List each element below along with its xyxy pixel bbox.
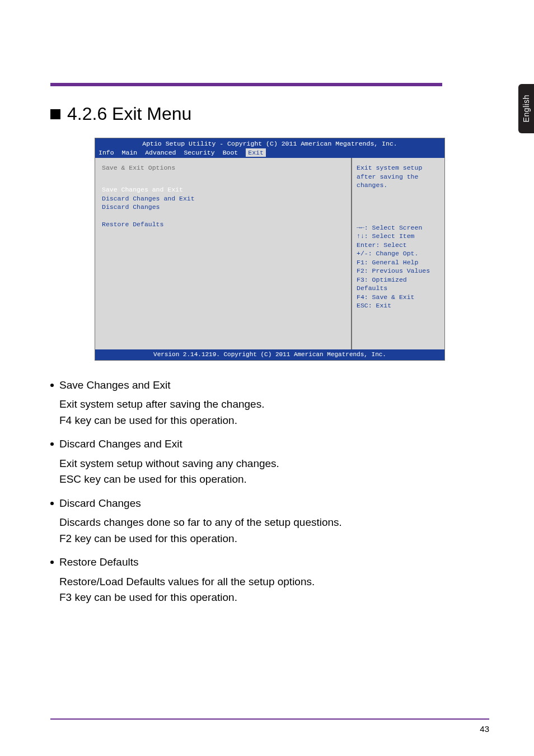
header-accent-rule	[50, 83, 442, 86]
language-tab: English	[518, 84, 534, 133]
bios-tab-advanced: Advanced	[145, 148, 176, 157]
bios-menu-tabs: Info Main Advanced Security Boot Exit	[95, 148, 444, 158]
bios-key-line: ESC: Exit	[357, 301, 440, 310]
bios-tab-boot: Boot	[223, 148, 238, 157]
desc-line: F4 key can be used for this operation.	[59, 413, 489, 429]
bullet-icon	[50, 502, 54, 505]
list-item-title: Save Changes and Exit	[59, 377, 171, 394]
manual-page: English 4.2.6 Exit Menu Aptio Setup Util…	[0, 0, 534, 756]
desc-line: Discards changes done so far to any of t…	[59, 515, 489, 531]
list-item-desc: Exit system setup without saving any cha…	[59, 456, 489, 488]
list-item: Discard Changes	[50, 496, 489, 512]
bios-titlebar: Aptio Setup Utility - Copyright (C) 2011…	[95, 138, 444, 148]
desc-line: ESC key can be used for this operation.	[59, 472, 489, 488]
bios-key-line: F1: General Help	[357, 258, 440, 267]
list-item-desc: Restore/Load Defaults values for all the…	[59, 574, 489, 606]
language-tab-label: English	[522, 95, 531, 122]
list-item-title: Restore Defaults	[59, 554, 139, 571]
section-heading-text: 4.2.6 Exit Menu	[67, 104, 191, 124]
bios-help-line: Exit system setup	[357, 164, 440, 172]
bios-item-restore: Restore Defaults	[102, 220, 344, 229]
bios-item-save-exit: Save Changes and Exit	[102, 185, 344, 194]
bios-group-title: Save & Exit Options	[102, 164, 344, 172]
bullet-icon	[50, 561, 54, 564]
bios-left-pane: Save & Exit Options Save Changes and Exi…	[95, 158, 352, 349]
page-number: 43	[480, 724, 489, 734]
bios-key-line: +/-: Change Opt.	[357, 249, 440, 258]
bios-right-pane: Exit system setup after saving the chang…	[352, 158, 444, 349]
bios-tab-security: Security	[184, 148, 214, 157]
bios-help-line: changes.	[357, 181, 440, 190]
bios-key-line: Enter: Select	[357, 241, 440, 250]
bios-key-line: ↑↓: Select Item	[357, 232, 440, 241]
bios-item-discard-exit: Discard Changes and Exit	[102, 194, 344, 203]
bios-tab-info: Info	[99, 148, 114, 157]
list-item-title: Discard Changes	[59, 496, 141, 512]
bios-key-line: F4: Save & Exit	[357, 293, 440, 302]
bios-key-line: F3: Optimized Defaults	[357, 276, 440, 293]
bios-screenshot: Aptio Setup Utility - Copyright (C) 2011…	[95, 138, 445, 361]
footer-accent-rule	[50, 718, 489, 720]
bios-footer: Version 2.14.1219. Copyright (C) 2011 Am…	[95, 349, 444, 360]
list-item: Restore Defaults	[50, 554, 489, 571]
bios-body: Save & Exit Options Save Changes and Exi…	[95, 158, 444, 349]
bullet-icon	[50, 442, 54, 446]
list-item-desc: Discards changes done so far to any of t…	[59, 515, 489, 547]
bios-key-line: F2: Previous Values	[357, 267, 440, 276]
list-item: Discard Changes and Exit	[50, 436, 489, 452]
bios-tab-main: Main	[122, 148, 138, 157]
list-item-title: Discard Changes and Exit	[59, 436, 182, 452]
bullet-icon	[50, 384, 54, 387]
bios-help-line: after saving the	[357, 172, 440, 181]
square-bullet-icon	[50, 109, 60, 119]
bios-key-legend: →←: Select Screen ↑↓: Select Item Enter:…	[357, 223, 440, 344]
body-content: Save Changes and Exit Exit system setup …	[50, 377, 489, 606]
bios-item-discard: Discard Changes	[102, 203, 344, 212]
bios-key-line: →←: Select Screen	[357, 223, 440, 232]
bios-tab-exit: Exit	[246, 148, 266, 157]
list-item: Save Changes and Exit	[50, 377, 489, 394]
section-heading: 4.2.6 Exit Menu	[50, 104, 489, 124]
desc-line: Exit system setup without saving any cha…	[59, 456, 489, 472]
list-item-desc: Exit system setup after saving the chang…	[59, 396, 489, 428]
desc-line: Restore/Load Defaults values for all the…	[59, 574, 489, 590]
desc-line: F2 key can be used for this operation.	[59, 531, 489, 547]
bios-help-text: Exit system setup after saving the chang…	[357, 164, 440, 190]
desc-line: F3 key can be used for this operation.	[59, 590, 489, 606]
desc-line: Exit system setup after saving the chang…	[59, 396, 489, 413]
